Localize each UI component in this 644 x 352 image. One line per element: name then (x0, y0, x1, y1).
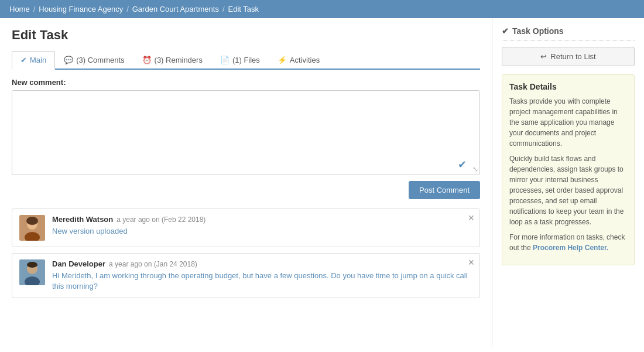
task-details-para1: Tasks provide you with complete project … (509, 96, 627, 149)
tab-activities[interactable]: ⚡ Activities (269, 51, 328, 69)
comment-close-button[interactable]: ✕ (468, 214, 475, 222)
nav-home[interactable]: Home (9, 5, 30, 13)
comment-time: a year ago on (Feb 22 2018) (117, 216, 205, 224)
right-sidebar: ✔ Task Options ↩ Return to List Task Det… (492, 18, 644, 347)
comment-item: Meredith Watson a year ago on (Feb 22 20… (12, 209, 480, 247)
post-comment-button[interactable]: Post Comment (409, 181, 480, 199)
comment-header: Meredith Watson a year ago on (Feb 22 20… (52, 215, 472, 224)
comment-header: Dan Developer a year ago on (Jan 24 2018… (52, 259, 472, 268)
resize-handle[interactable]: ⤡ (472, 165, 478, 173)
comment-text: Hi Merideth, I am working through the op… (52, 271, 472, 292)
task-options-header: ✔ Task Options (502, 26, 635, 41)
task-details-para2: Quickly build task flows and dependencie… (509, 153, 627, 227)
check-circle-icon: ✔︎ (458, 158, 467, 171)
comment-textarea-wrapper: ✔︎ ⤡ (12, 90, 480, 175)
tab-files[interactable]: 📄 (1) Files (211, 51, 269, 69)
sep3: / (222, 5, 225, 13)
task-details-box: Task Details Tasks provide you with comp… (502, 74, 635, 265)
comment-item: Dan Developer a year ago on (Jan 24 2018… (12, 253, 480, 298)
task-details-title: Task Details (509, 82, 627, 91)
sep1: / (33, 5, 36, 13)
comment-icon: 💬 (64, 56, 73, 64)
lightning-icon: ⚡ (278, 56, 287, 64)
comment-text: New version uploaded (52, 226, 472, 237)
comment-author: Meredith Watson (52, 215, 113, 224)
content-area: Edit Task ✔ Main 💬 (3) Comments ⏰ (3) Re… (0, 18, 492, 347)
task-details-para3: For more information on tasks, check out… (509, 232, 627, 253)
post-comment-row: Post Comment (12, 181, 480, 199)
procorem-help-link[interactable]: Procorem Help Center. (533, 244, 608, 252)
file-icon: 📄 (220, 56, 229, 64)
return-icon: ↩ (540, 52, 547, 61)
new-comment-label: New comment: (12, 78, 480, 87)
page-title: Edit Task (12, 28, 480, 43)
avatar (19, 215, 45, 241)
nav-project[interactable]: Garden Court Apartments (132, 5, 219, 13)
comment-time: a year ago on (Jan 24 2018) (109, 260, 197, 268)
breadcrumb: Home / Housing Finance Agency / Garden C… (0, 0, 644, 18)
comment-close-button[interactable]: ✕ (468, 258, 475, 266)
tab-main[interactable]: ✔ Main (12, 51, 55, 70)
comment-author: Dan Developer (52, 259, 105, 268)
nav-current: Edit Task (228, 5, 259, 13)
tab-comments[interactable]: 💬 (3) Comments (55, 51, 133, 69)
sep2: / (126, 5, 129, 13)
svg-point-2 (26, 217, 38, 225)
return-to-list-button[interactable]: ↩ Return to List (502, 47, 635, 66)
clock-icon: ⏰ (142, 56, 152, 64)
svg-point-6 (27, 262, 37, 268)
avatar (19, 259, 45, 285)
comment-textarea[interactable] (12, 91, 479, 173)
comment-body: Dan Developer a year ago on (Jan 24 2018… (52, 259, 472, 292)
tab-reminders[interactable]: ⏰ (3) Reminders (133, 51, 211, 69)
comment-body: Meredith Watson a year ago on (Feb 22 20… (52, 215, 472, 237)
tabs-bar: ✔ Main 💬 (3) Comments ⏰ (3) Reminders 📄 … (12, 51, 480, 70)
checkmark-icon: ✔ (502, 26, 509, 36)
nav-agency[interactable]: Housing Finance Agency (39, 5, 123, 13)
checkmark-icon: ✔ (20, 56, 27, 64)
